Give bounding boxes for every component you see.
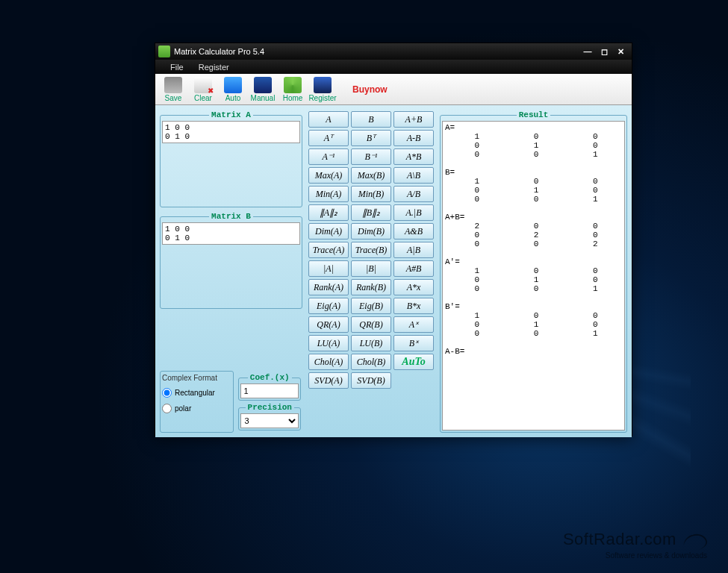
complex-format-title: Complex Format	[162, 374, 231, 382]
buynow-link[interactable]: Buynow	[352, 84, 388, 95]
op-button-8-0[interactable]: |A|	[308, 260, 349, 277]
op-button-9-1[interactable]: Rank(B)	[351, 279, 391, 295]
op-button-7-2[interactable]: A|B	[393, 242, 434, 258]
menu-register[interactable]: Register	[191, 61, 237, 73]
register-button[interactable]: Register	[308, 75, 337, 104]
content-area: Matrix A 1 0 0 0 1 0 0 0 1 | Matrix B 1 …	[155, 105, 632, 437]
auto-button[interactable]: Auto	[218, 75, 248, 104]
right-column: Result A= 1 0 0 0 1 0 0 0 1 B= 1 0 0 0 1…	[438, 108, 629, 434]
polar-option[interactable]: polar	[162, 404, 231, 413]
op-button-4-2[interactable]: A/B	[393, 186, 434, 202]
op-button-13-2[interactable]: AuTo	[393, 354, 434, 370]
op-button-6-2[interactable]: A&B	[393, 223, 434, 239]
op-button-4-1[interactable]: Min(B)	[351, 186, 391, 202]
manual-label: Manual	[251, 94, 276, 102]
op-button-7-0[interactable]: Trace(A)	[308, 242, 349, 258]
operations-column: ABA+BAᵀBᵀA-BA⁻¹B⁻¹A*BMax(A)Max(B)A\BMin(…	[304, 108, 438, 434]
save-button[interactable]: Save	[158, 75, 188, 104]
result-output[interactable]: A= 1 0 0 0 1 0 0 0 1 B= 1 0 0 0 1 0 0 0 …	[442, 121, 625, 430]
save-icon	[164, 77, 182, 93]
maximize-button[interactable]: ◻	[596, 46, 612, 57]
op-button-2-2[interactable]: A*B	[393, 148, 434, 165]
clear-button[interactable]: Clear	[188, 75, 218, 104]
op-button-8-1[interactable]: |B|	[351, 260, 391, 277]
result-legend: Result	[517, 110, 551, 119]
manual-button[interactable]: Manual	[248, 75, 278, 104]
polar-label: polar	[175, 404, 191, 413]
bottom-controls: Complex Format Rectangular polar Coef.(x…	[160, 371, 302, 433]
auto-label: Auto	[225, 94, 241, 102]
left-column: Matrix A 1 0 0 0 1 0 0 0 1 | Matrix B 1 …	[158, 108, 304, 434]
op-button-0-1[interactable]: B	[351, 111, 391, 128]
menu-file[interactable]: File	[163, 61, 191, 73]
op-button-9-0[interactable]: Rank(A)	[308, 279, 349, 295]
menubar: File Register	[155, 60, 632, 74]
op-button-0-0[interactable]: A	[308, 111, 349, 128]
rectangular-option[interactable]: Rectangular	[162, 388, 231, 398]
precision-select[interactable]: 3	[240, 413, 299, 428]
op-button-1-2[interactable]: A-B	[393, 130, 434, 146]
app-icon	[158, 46, 170, 57]
op-button-3-0[interactable]: Max(A)	[308, 167, 349, 184]
minimize-button[interactable]: —	[579, 46, 596, 57]
register-icon	[314, 77, 332, 93]
op-button-10-1[interactable]: Eig(B)	[351, 298, 391, 314]
op-button-11-2[interactable]: Aˣ	[393, 316, 434, 333]
home-label: Home	[283, 94, 303, 102]
op-button-14-0[interactable]: SVD(A)	[308, 372, 349, 389]
watermark-name: SoftRadar.com	[563, 530, 676, 548]
coef-precision-panel: Coef.(x) Precision 3	[237, 371, 302, 433]
op-button-5-0[interactable]: ‖A‖₂	[308, 204, 349, 221]
rectangular-radio[interactable]	[162, 388, 172, 398]
op-button-12-0[interactable]: LU(A)	[308, 335, 349, 351]
register-label: Register	[308, 94, 336, 102]
op-button-3-2[interactable]: A\B	[393, 167, 434, 184]
polar-radio[interactable]	[162, 404, 172, 413]
op-button-10-0[interactable]: Eig(A)	[308, 298, 349, 314]
home-icon	[284, 77, 302, 93]
op-button-12-2[interactable]: Bˣ	[393, 335, 434, 351]
op-button-0-2[interactable]: A+B	[393, 111, 434, 128]
matrix-b-input[interactable]: 1 0 0 0 1 0 0 0 1	[162, 222, 300, 245]
op-button-9-2[interactable]: A*x	[393, 279, 434, 295]
op-button-3-1[interactable]: Max(B)	[351, 167, 391, 184]
op-button-7-1[interactable]: Trace(B)	[351, 242, 391, 258]
coef-input[interactable]	[240, 383, 299, 398]
close-button[interactable]: ✕	[612, 46, 629, 57]
save-label: Save	[165, 94, 182, 102]
complex-format-panel: Complex Format Rectangular polar	[160, 371, 234, 433]
window-title: Matrix Calculator Pro 5.4	[174, 47, 264, 56]
op-button-11-1[interactable]: QR(B)	[351, 316, 391, 333]
manual-icon	[254, 77, 272, 93]
precision-fieldset: Precision 3	[238, 403, 301, 430]
op-button-2-0[interactable]: A⁻¹	[308, 148, 349, 165]
op-button-5-1[interactable]: ‖B‖₂	[351, 204, 391, 221]
op-button-6-0[interactable]: Dim(A)	[308, 223, 349, 239]
matrix-a-input[interactable]: 1 0 0 0 1 0 0 0 1 |	[162, 121, 300, 143]
op-button-10-2[interactable]: B*x	[393, 298, 434, 314]
op-button-11-0[interactable]: QR(A)	[308, 316, 349, 333]
op-button-4-0[interactable]: Min(A)	[308, 186, 349, 202]
clear-icon	[194, 77, 212, 93]
home-button[interactable]: Home	[278, 75, 308, 104]
matrix-b-panel: Matrix B 1 0 0 0 1 0 0 0 1	[160, 212, 302, 309]
op-button-13-0[interactable]: Chol(A)	[308, 354, 349, 370]
op-button-8-2[interactable]: A#B	[393, 260, 434, 277]
app-window: Matrix Calculator Pro 5.4 — ◻ ✕ File Reg…	[155, 43, 632, 436]
op-button-13-1[interactable]: Chol(B)	[351, 354, 391, 370]
precision-legend: Precision	[246, 403, 294, 412]
matrix-a-legend: Matrix A	[209, 110, 253, 119]
titlebar[interactable]: Matrix Calculator Pro 5.4 — ◻ ✕	[155, 43, 632, 60]
op-button-1-0[interactable]: Aᵀ	[308, 130, 349, 146]
op-button-1-1[interactable]: Bᵀ	[351, 130, 391, 146]
op-button-6-1[interactable]: Dim(B)	[351, 223, 391, 239]
radar-icon	[682, 531, 709, 554]
watermark: SoftRadar.com Software reviews & downloa…	[563, 530, 707, 560]
clear-label: Clear	[194, 94, 212, 102]
result-panel: Result A= 1 0 0 0 1 0 0 0 1 B= 1 0 0 0 1…	[440, 110, 627, 433]
op-button-14-1[interactable]: SVD(B)	[351, 372, 391, 389]
op-button-5-2[interactable]: A.|B	[393, 204, 434, 221]
watermark-tagline: Software reviews & downloads	[606, 551, 707, 560]
op-button-12-1[interactable]: LU(B)	[351, 335, 391, 351]
op-button-2-1[interactable]: B⁻¹	[351, 148, 391, 165]
